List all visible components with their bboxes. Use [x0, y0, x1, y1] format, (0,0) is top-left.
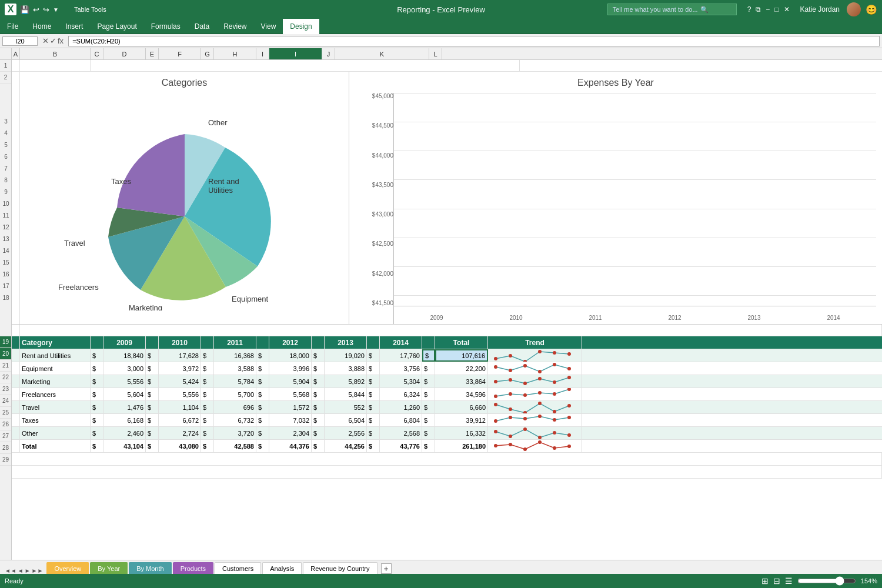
- cell-e19[interactable]: [146, 336, 159, 349]
- confirm-formula-icon[interactable]: ✓: [50, 36, 56, 45]
- insert-function-icon[interactable]: fx: [58, 36, 64, 45]
- header-category[interactable]: Category: [20, 336, 91, 349]
- cell-2011-20[interactable]: 16,368: [214, 349, 256, 362]
- row-num-22: 22: [0, 372, 11, 383]
- tab-revenue-by-country[interactable]: Revenue by Country: [303, 562, 377, 574]
- tab-analysis[interactable]: Analysis: [262, 562, 302, 574]
- cell-a20[interactable]: [12, 349, 20, 362]
- cell-a19[interactable]: [12, 336, 20, 349]
- ribbon-tab-formulas[interactable]: Formulas: [144, 19, 188, 34]
- cell-g19[interactable]: [201, 336, 214, 349]
- ribbon-tab-review[interactable]: Review: [216, 19, 253, 34]
- y-label-8: $41,500: [355, 300, 393, 306]
- svg-point-1: [509, 369, 512, 372]
- quick-redo[interactable]: ↪: [43, 5, 49, 14]
- cell-dollar-20b[interactable]: $: [146, 349, 159, 362]
- header-2012[interactable]: 2012: [269, 336, 312, 349]
- header-2009[interactable]: 2009: [103, 336, 146, 349]
- add-sheet-button[interactable]: +: [381, 563, 392, 574]
- quick-customize[interactable]: ▼: [53, 6, 59, 13]
- close-button[interactable]: ✕: [784, 5, 790, 14]
- cell-2009-20[interactable]: 18,840: [103, 349, 146, 362]
- header-2011[interactable]: 2011: [214, 336, 256, 349]
- cell-total-20[interactable]: 107,616: [435, 349, 488, 362]
- cell-a21[interactable]: [12, 362, 20, 375]
- ribbon-tab-insert[interactable]: Insert: [58, 19, 90, 34]
- quick-undo[interactable]: ↩: [33, 5, 39, 14]
- cell-2009-21[interactable]: 3,000: [103, 362, 146, 375]
- ribbon-tab-view[interactable]: View: [254, 19, 283, 34]
- cell-reference[interactable]: [2, 36, 38, 46]
- cell-2013-21[interactable]: 3,888: [325, 362, 367, 375]
- grid-row-18: [12, 325, 882, 336]
- cell-dollar-21a[interactable]: $: [91, 362, 103, 375]
- sheet-nav-left[interactable]: ◄◄ ◄ ► ►►: [5, 567, 43, 574]
- col-header-f: F: [159, 48, 201, 59]
- cell-2014-20[interactable]: 17,760: [380, 349, 422, 362]
- cell-category-22[interactable]: Marketing: [20, 375, 91, 387]
- zoom-slider[interactable]: [797, 576, 856, 586]
- minimize-button[interactable]: −: [766, 5, 770, 14]
- svg-point-41: [567, 445, 571, 448]
- cell-19c[interactable]: [367, 336, 380, 349]
- page-layout-icon[interactable]: ⊟: [773, 576, 780, 586]
- normal-view-icon[interactable]: ⊞: [761, 576, 769, 586]
- cell-category-21[interactable]: Equipment: [20, 362, 91, 375]
- ribbon-tab-home[interactable]: Home: [25, 19, 58, 34]
- tab-by-year[interactable]: By Year: [90, 562, 128, 574]
- cell-dollar-20f[interactable]: $: [367, 349, 380, 362]
- quick-save[interactable]: 💾: [20, 5, 29, 14]
- cell-19b[interactable]: [312, 336, 325, 349]
- cell-dollar-20a[interactable]: $: [91, 349, 103, 362]
- cell-2010-20[interactable]: 17,628: [159, 349, 201, 362]
- cell-c19[interactable]: [91, 336, 103, 349]
- ribbon-tab-data[interactable]: Data: [188, 19, 216, 34]
- cell-rest-18[interactable]: [20, 325, 882, 336]
- header-2010[interactable]: 2010: [159, 336, 201, 349]
- cell-2012-21[interactable]: 3,996: [269, 362, 312, 375]
- ribbon-tab-design[interactable]: Design: [283, 19, 319, 34]
- col-header-j: J: [322, 48, 335, 59]
- cell-dollar-total-20[interactable]: $: [422, 349, 435, 362]
- cell-b1[interactable]: [20, 60, 91, 71]
- help-button[interactable]: ?: [747, 5, 751, 14]
- cell-dollar-20e[interactable]: $: [312, 349, 325, 362]
- header-2014[interactable]: 2014: [380, 336, 422, 349]
- cell-a18[interactable]: [12, 325, 20, 336]
- header-2013[interactable]: 2013: [325, 336, 367, 349]
- header-total[interactable]: Total: [435, 336, 488, 349]
- search-box[interactable]: Tell me what you want to do... 🔍: [607, 4, 737, 15]
- tab-customers[interactable]: Customers: [215, 562, 261, 574]
- formula-input[interactable]: [68, 36, 880, 46]
- cell-2014-21[interactable]: 3,756: [380, 362, 422, 375]
- cancel-formula-icon[interactable]: ✕: [42, 36, 49, 45]
- bar-chart-title: Expenses By Year: [355, 78, 876, 88]
- cell-2013-20[interactable]: 19,020: [325, 349, 367, 362]
- col-header-e: E: [146, 48, 159, 59]
- cell-2012-20[interactable]: 18,000: [269, 349, 312, 362]
- cell-dollar-20d[interactable]: $: [256, 349, 269, 362]
- page-break-icon[interactable]: ☰: [785, 576, 793, 586]
- header-trend[interactable]: Trend: [488, 336, 582, 349]
- cell-19d[interactable]: [422, 336, 435, 349]
- cell-i19a[interactable]: [256, 336, 269, 349]
- cell-category-20[interactable]: Rent and Utilities: [20, 349, 91, 362]
- cell-2010-21[interactable]: 3,972: [159, 362, 201, 375]
- cell-dollar-20c[interactable]: $: [201, 349, 214, 362]
- x-label-2013: 2013: [717, 315, 791, 321]
- cell-rest-1[interactable]: [91, 60, 520, 71]
- svg-point-34: [553, 431, 556, 435]
- svg-point-13: [509, 392, 512, 396]
- cell-a1[interactable]: [12, 60, 20, 71]
- cell-2011-21[interactable]: 3,588: [214, 362, 256, 375]
- tab-products[interactable]: Products: [173, 562, 213, 574]
- ribbon-tab-pagelayout[interactable]: Page Layout: [90, 19, 143, 34]
- svg-point-31: [509, 435, 512, 438]
- cell-total-21[interactable]: 22,200: [435, 362, 488, 375]
- tab-overview[interactable]: Overview: [46, 562, 89, 574]
- restore-button[interactable]: ⧉: [756, 5, 761, 14]
- ribbon-tab-file[interactable]: File: [0, 19, 25, 34]
- svg-point-26: [523, 417, 527, 420]
- maximize-button[interactable]: □: [774, 5, 779, 14]
- tab-by-month[interactable]: By Month: [129, 562, 171, 574]
